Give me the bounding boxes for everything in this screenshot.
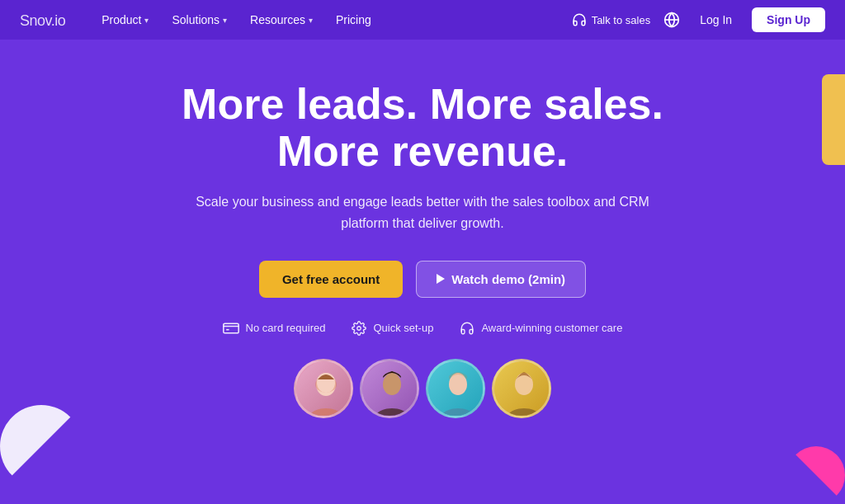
- navbar: Snov.io Product ▾ Solutions ▾ Resources …: [0, 0, 845, 40]
- svg-point-18: [516, 373, 532, 393]
- headphone-icon: [460, 321, 474, 336]
- feature-quick-setup: Quick set-up: [352, 321, 433, 336]
- globe-icon[interactable]: [663, 12, 680, 28]
- avatar: [426, 359, 485, 418]
- chevron-down-icon: ▾: [144, 16, 149, 25]
- person-3: [428, 361, 485, 418]
- svg-point-12: [384, 373, 400, 393]
- svg-point-5: [357, 326, 361, 330]
- hero-subtitle: Scale your business and engage leads bet…: [191, 191, 654, 233]
- nav-product[interactable]: Product ▾: [92, 8, 158, 31]
- avatar: [360, 359, 419, 418]
- nav-right: Talk to sales Log In Sign Up: [572, 7, 825, 32]
- nav-links: Product ▾ Solutions ▾ Resources ▾ Pricin…: [92, 8, 571, 31]
- logo-light: .io: [51, 12, 66, 29]
- avatars-row: [294, 359, 551, 418]
- chevron-down-icon: ▾: [309, 16, 313, 25]
- avatar: [492, 359, 551, 418]
- credit-card-icon: [223, 323, 239, 334]
- decorative-shape-pink: [787, 446, 845, 504]
- get-free-account-button[interactable]: Get free account: [259, 261, 403, 298]
- feature-no-card: No card required: [223, 322, 326, 334]
- person-4: [494, 361, 551, 418]
- talk-to-sales-button[interactable]: Talk to sales: [572, 12, 651, 27]
- features-row: No card required Quick set-up Award-winn…: [223, 321, 623, 336]
- person-1: [296, 361, 353, 418]
- logo[interactable]: Snov.io: [20, 9, 65, 31]
- nav-resources[interactable]: Resources ▾: [240, 8, 323, 31]
- watch-demo-button[interactable]: Watch demo (2min): [416, 261, 586, 298]
- svg-rect-2: [223, 323, 238, 333]
- play-icon: [437, 274, 445, 284]
- hero-title: More leads. More sales. More revenue.: [182, 81, 663, 175]
- cta-buttons: Get free account Watch demo (2min): [259, 261, 586, 298]
- hero-section: More leads. More sales. More revenue. Sc…: [0, 40, 845, 435]
- login-button[interactable]: Log In: [693, 8, 739, 31]
- setup-icon: [352, 321, 366, 336]
- avatar: [294, 359, 353, 418]
- headphone-icon: [572, 12, 587, 27]
- nav-pricing[interactable]: Pricing: [326, 8, 381, 31]
- logo-bold: Snov: [20, 12, 51, 29]
- chevron-down-icon: ▾: [223, 16, 227, 25]
- person-2: [362, 361, 419, 418]
- feature-customer-care: Award-winning customer care: [460, 321, 622, 336]
- signup-button[interactable]: Sign Up: [752, 7, 825, 32]
- nav-solutions[interactable]: Solutions ▾: [162, 8, 237, 31]
